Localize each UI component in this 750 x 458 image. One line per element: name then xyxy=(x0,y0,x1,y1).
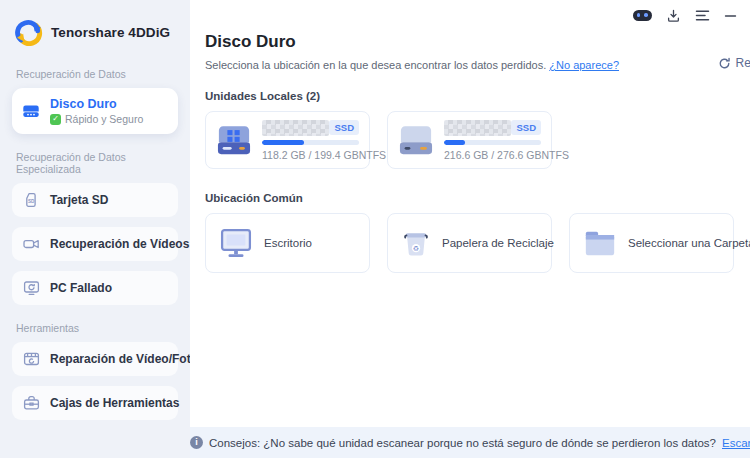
sidebar: Tenorshare 4DDiG Recuperación de Datos D… xyxy=(0,0,190,458)
sidebar-item-label: Recuperación de Vídeos xyxy=(50,237,189,251)
location-label: Seleccionar una Carpeta xyxy=(628,237,750,249)
download-icon xyxy=(666,8,681,23)
sidebar-item-sublabel: Rápido y Seguro xyxy=(65,113,143,125)
sidebar-item-pc-fallado[interactable]: PC Fallado xyxy=(12,271,178,305)
location-card-escritorio[interactable]: Escritorio xyxy=(205,213,370,273)
drive-name-redacted xyxy=(444,120,511,136)
drive-filesystem: NTFS xyxy=(541,149,568,161)
location-card-seleccionar-carpeta[interactable]: Seleccionar una Carpeta xyxy=(569,213,734,273)
sidebar-item-label: Reparación de Vídeo/Foto xyxy=(50,352,198,366)
svg-text:SD: SD xyxy=(28,199,35,204)
location-card-papelera[interactable]: ♻ Papelera de Reciclaje xyxy=(387,213,552,273)
minimize-button[interactable] xyxy=(724,7,737,23)
system-drive-icon xyxy=(215,123,253,157)
sidebar-item-recuperacion-videos[interactable]: Recuperación de Vídeos xyxy=(12,227,178,261)
tips-text: Consejos: ¿No sabe qué unidad escanear p… xyxy=(209,437,716,449)
app-window: Tenorshare 4DDiG Recuperación de Datos D… xyxy=(0,0,750,458)
refresh-label: Refrescar xyxy=(736,56,750,70)
assistant-button[interactable] xyxy=(633,7,652,23)
recycle-bin-icon: ♻ xyxy=(401,228,431,259)
photo-video-repair-icon xyxy=(22,351,40,367)
crashed-pc-icon xyxy=(22,280,40,296)
sidebar-item-disco-duro[interactable]: Disco Duro ✓ Rápido y Seguro xyxy=(12,88,178,134)
titlebar xyxy=(190,0,750,30)
app-logo-icon xyxy=(13,19,43,46)
safe-check-icon: ✓ xyxy=(50,114,61,125)
drive-card-1[interactable]: SSD 118.2 GB / 199.4 GB NTFS xyxy=(205,111,370,169)
hard-drive-icon xyxy=(22,103,40,119)
drive-capacity: 216.6 GB / 276.6 GB xyxy=(444,149,541,161)
sidebar-item-label: Cajas de Herramientas xyxy=(50,396,179,410)
refresh-icon xyxy=(718,57,731,70)
page-subtitle: Selecciona la ubicación en la que desea … xyxy=(205,59,619,71)
tips-bar: i Consejos: ¿No sabe qué unidad escanear… xyxy=(190,427,750,458)
sidebar-section-label-tools: Herramientas xyxy=(16,322,174,334)
refresh-button[interactable]: Refrescar xyxy=(718,56,750,70)
sidebar-section-label-specialized: Recuperación de Datos Especializada xyxy=(16,151,174,175)
ssd-badge: SSD xyxy=(511,120,541,134)
brand: Tenorshare 4DDiG xyxy=(0,0,190,51)
main-panel: Disco Duro Selecciona la ubicación en la… xyxy=(190,0,750,458)
download-button[interactable] xyxy=(666,7,681,23)
sidebar-item-label: Disco Duro xyxy=(50,97,143,111)
local-drives-section-label: Unidades Locales (2) xyxy=(205,90,750,102)
menu-button[interactable] xyxy=(695,7,710,23)
sidebar-item-tarjeta-sd[interactable]: SD Tarjeta SD xyxy=(12,183,178,217)
info-icon: i xyxy=(190,436,203,449)
robot-assistant-icon xyxy=(633,10,652,21)
page-header: Disco Duro Selecciona la ubicación en la… xyxy=(190,30,750,71)
sidebar-item-cajas-herramientas[interactable]: Cajas de Herramientas xyxy=(12,386,178,420)
page-title: Disco Duro xyxy=(205,32,619,52)
toolbox-icon xyxy=(22,395,40,411)
location-label: Escritorio xyxy=(264,237,312,249)
common-locations-section-label: Ubicación Común xyxy=(205,192,750,204)
drive-capacity: 118.2 GB / 199.4 GB xyxy=(262,149,359,161)
drive-usage-fill xyxy=(262,140,304,145)
menu-icon xyxy=(695,9,710,22)
sd-card-icon: SD xyxy=(22,192,40,208)
location-label: Papelera de Reciclaje xyxy=(442,237,554,249)
sidebar-item-reparacion-video-foto[interactable]: Reparación de Vídeo/Foto xyxy=(12,342,178,376)
scan-disk-link[interactable]: Escanear Disco xyxy=(722,437,750,449)
video-camera-icon xyxy=(22,236,40,252)
brand-title: Tenorshare 4DDiG xyxy=(51,25,170,40)
drive-usage-fill xyxy=(444,140,465,145)
desktop-icon xyxy=(219,228,253,259)
folder-icon xyxy=(583,229,617,258)
local-drives-row: SSD 118.2 GB / 199.4 GB NTFS xyxy=(190,111,750,169)
drive-card-2[interactable]: SSD 216.6 GB / 276.6 GB NTFS xyxy=(387,111,552,169)
drive-usage-bar xyxy=(262,140,359,145)
minimize-icon xyxy=(724,9,737,22)
sidebar-item-label: PC Fallado xyxy=(50,281,112,295)
drive-filesystem: NTFS xyxy=(359,149,386,161)
common-locations-row: Escritorio ♻ Papelera de Reciclaje xyxy=(190,213,750,273)
drive-usage-bar xyxy=(444,140,541,145)
drive-name-redacted xyxy=(262,120,329,136)
ssd-badge: SSD xyxy=(329,120,359,134)
sidebar-section-label-recovery: Recuperación de Datos xyxy=(16,68,174,80)
data-drive-icon xyxy=(397,123,435,157)
svg-text:♻: ♻ xyxy=(413,244,419,253)
not-showing-link[interactable]: ¿No aparece? xyxy=(549,59,619,71)
sidebar-item-label: Tarjeta SD xyxy=(50,193,108,207)
